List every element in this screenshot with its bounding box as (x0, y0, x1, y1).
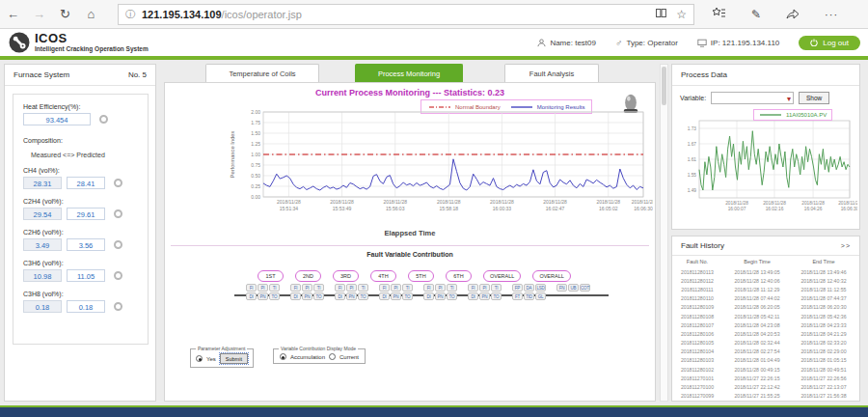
favorites-list-icon[interactable] (712, 6, 726, 23)
site-info-icon[interactable]: ⓘ (125, 8, 135, 21)
variable-select[interactable]: ▾ (711, 92, 794, 104)
gear-icon[interactable] (114, 302, 122, 311)
fault-row[interactable]: 2018112700992018/11/27 21:55:252018/11/2… (672, 392, 859, 401)
fault-row[interactable]: 2018112801022018/11/28 00:49:152018/11/2… (672, 365, 859, 374)
fault-row[interactable]: 2018112801032018/11/28 01:04:492018/11/2… (672, 356, 859, 365)
fault-row[interactable]: 2018112801102018/11/28 07:44:022018/11/2… (672, 294, 859, 303)
forward-icon[interactable]: → (26, 7, 52, 21)
fault-row[interactable]: 2018112801122018/11/28 12:40:062018/11/2… (672, 276, 859, 285)
predicted-value[interactable]: 29.61 (67, 208, 105, 220)
logout-button[interactable]: Log out (799, 36, 860, 50)
gear-icon[interactable] (114, 240, 122, 249)
fault-row[interactable]: 2018112801132018/11/28 13:49:052018/11/2… (672, 267, 859, 276)
current-radio[interactable] (329, 353, 336, 360)
fault-row[interactable]: 2018112801072018/11/28 04:23:082018/11/2… (672, 320, 859, 329)
variable-tile[interactable]: FI (468, 284, 478, 292)
back-icon[interactable]: ← (0, 7, 26, 21)
variable-tile[interactable]: TID (524, 292, 534, 300)
gear-icon[interactable] (114, 209, 122, 218)
variable-tile[interactable]: FI (423, 284, 434, 292)
variable-tile[interactable]: PI (346, 284, 357, 292)
variable-tile[interactable]: FT (512, 292, 523, 300)
refresh-icon[interactable]: ↻ (52, 7, 78, 21)
variable-tile[interactable]: TI (269, 284, 280, 292)
predicted-value[interactable]: 3.56 (67, 238, 105, 251)
tab-process-monitoring[interactable]: Process Monitoring (355, 64, 463, 82)
variable-tile[interactable]: FI (246, 284, 257, 292)
accumulation-radio[interactable] (280, 353, 286, 360)
address-bar[interactable]: ⓘ 121.195.134.109/icos/operator.jsp ☆ (118, 4, 694, 25)
variable-tile[interactable]: LSD (535, 284, 546, 292)
variable-tile[interactable]: UB (568, 284, 579, 292)
contribution-button-4-4th[interactable]: 4TH (370, 270, 396, 282)
variable-tile[interactable]: PN (435, 292, 446, 300)
contribution-button-3-3rd[interactable]: 3RD (333, 270, 359, 282)
fault-row[interactable]: 2018112701002018/11/27 22:12:422018/11/2… (672, 382, 859, 391)
variable-tile[interactable]: DI (335, 292, 345, 300)
variable-tile[interactable]: PN (391, 292, 401, 300)
param-yes-radio[interactable] (196, 355, 203, 362)
variable-tile[interactable]: TI (447, 284, 457, 292)
predicted-value[interactable]: 11.05 (67, 269, 105, 282)
variable-tile[interactable]: DI (468, 292, 478, 300)
variable-tile[interactable]: TO (358, 292, 368, 300)
share-icon[interactable] (786, 6, 800, 23)
scrollbar[interactable] (660, 64, 668, 402)
contribution-button-6-6th[interactable]: 6TH (446, 270, 472, 282)
variable-tile[interactable]: FI (379, 284, 390, 292)
variable-tile[interactable]: PN (479, 292, 490, 300)
variable-tile[interactable]: TI (358, 284, 368, 292)
contribution-button-2-2nd[interactable]: 2ND (295, 270, 321, 282)
fault-row[interactable]: 2018112801112018/11/28 11:12:292018/11/2… (672, 285, 859, 293)
fault-row[interactable]: 2018112701012018/11/27 22:26:152018/11/2… (672, 374, 859, 382)
fault-row[interactable]: 2018112801062018/11/28 04:20:532018/11/2… (672, 329, 859, 338)
gear-icon[interactable] (99, 115, 108, 124)
variable-tile[interactable]: PI (479, 284, 490, 292)
variable-tile[interactable]: FN (556, 284, 567, 292)
variable-tile[interactable]: DA (524, 284, 534, 292)
variable-tile[interactable]: DI (379, 292, 390, 300)
reading-view-icon[interactable] (656, 8, 666, 21)
predicted-value[interactable]: 28.41 (67, 177, 105, 189)
variable-tile[interactable]: TO (402, 292, 413, 300)
fault-row[interactable]: 2018112801052018/11/28 02:32:442018/11/2… (672, 339, 859, 348)
fault-row[interactable]: 2018112801042018/11/28 02:27:542018/11/2… (672, 348, 859, 356)
fault-row[interactable]: 2018112801082018/11/28 05:42:112018/11/2… (672, 312, 859, 320)
variable-tile[interactable]: TO (313, 292, 324, 300)
tab-temperature-of-coils[interactable]: Temperature of Coils (205, 64, 319, 82)
variable-tile[interactable]: PN (346, 292, 357, 300)
variable-tile[interactable]: TO (491, 292, 502, 300)
variable-tile[interactable]: PI (258, 284, 268, 292)
variable-tile[interactable]: PI (302, 284, 312, 292)
submit-button[interactable]: Submit (220, 353, 248, 364)
variable-tile[interactable]: PI (435, 284, 446, 292)
gear-icon[interactable] (114, 271, 122, 280)
variable-tile[interactable]: TO (269, 292, 280, 300)
variable-tile[interactable]: TI (402, 284, 413, 292)
tab-fault-analysis[interactable]: Fault Analysis (504, 64, 599, 82)
heat-efficiency-value[interactable]: 93.454 (23, 113, 91, 125)
variable-tile[interactable]: GL (535, 292, 546, 300)
annotate-pen-icon[interactable]: ✎ (751, 8, 761, 21)
variable-tile[interactable]: PN (258, 292, 268, 300)
variable-tile[interactable]: COT (580, 284, 590, 292)
more-menu-icon[interactable]: ··· (825, 9, 838, 20)
variable-tile[interactable]: PN (302, 292, 312, 300)
predicted-value[interactable]: 0.18 (67, 300, 105, 313)
fault-history-more-link[interactable]: >> (841, 236, 851, 256)
contribution-button-8-overall[interactable]: OVERALL (532, 270, 570, 282)
gear-icon[interactable] (114, 179, 122, 187)
fault-row[interactable]: 2018112801092018/11/28 06:20:052018/11/2… (672, 303, 859, 312)
contribution-button-5-5th[interactable]: 5TH (408, 270, 434, 282)
variable-tile[interactable]: TI (491, 284, 502, 292)
variable-tile[interactable]: PI (391, 284, 401, 292)
favorite-star-icon[interactable]: ☆ (676, 8, 687, 21)
scrollbar-thumb[interactable] (662, 67, 666, 105)
variable-tile[interactable]: DI (246, 292, 257, 300)
variable-tile[interactable]: DI (423, 292, 434, 300)
contribution-button-1-1st[interactable]: 1ST (258, 270, 284, 282)
variable-tile[interactable]: DI (290, 292, 301, 300)
variable-tile[interactable]: FP (512, 284, 523, 292)
variable-tile[interactable]: FI (335, 284, 345, 292)
contribution-button-7-overall[interactable]: OVERALL (483, 270, 521, 282)
